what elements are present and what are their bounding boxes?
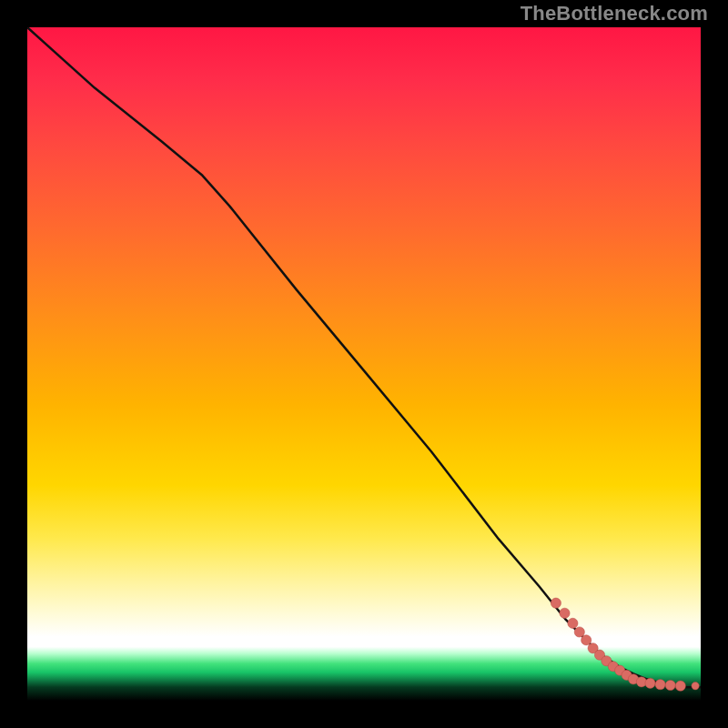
chart-svg-overlay — [27, 27, 701, 701]
data-point — [581, 635, 592, 645]
data-point — [636, 677, 646, 687]
data-point — [574, 627, 584, 637]
data-point — [560, 608, 570, 618]
data-point — [655, 680, 665, 690]
data-point — [692, 682, 699, 690]
data-points-group — [551, 598, 699, 691]
plot-area — [27, 27, 701, 701]
data-point — [551, 598, 561, 608]
data-point — [675, 681, 685, 691]
data-point — [568, 618, 578, 628]
data-point — [665, 680, 675, 690]
chart-canvas-wrapper: TheBottleneck.com — [0, 0, 728, 728]
data-point — [645, 678, 655, 688]
bottleneck-curve-line — [27, 27, 701, 687]
attribution-label: TheBottleneck.com — [521, 2, 708, 25]
